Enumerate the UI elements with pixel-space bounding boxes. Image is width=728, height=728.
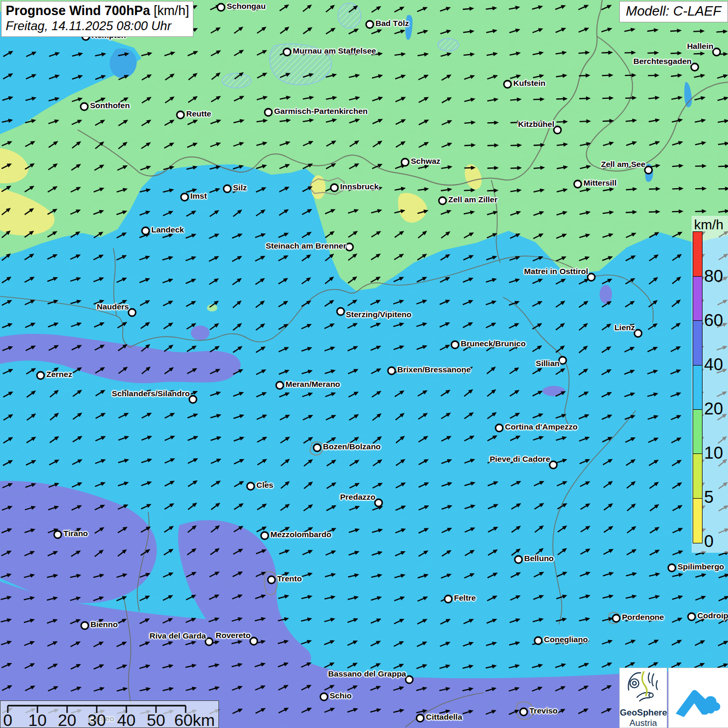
city-marker [37,372,44,379]
scale-label: 50 [147,711,165,728]
legend-unit-label: km/h [692,217,726,233]
geosphere-country: Austria [620,718,667,728]
wind-speed-legend: km/h 806040201050 [692,216,728,553]
city-marker [535,637,542,644]
city-marker [613,615,620,622]
city-marker [574,180,581,188]
city-marker [713,48,720,56]
model-label: Modell: C-LAEF [626,3,722,19]
city-marker [177,111,184,119]
geosphere-yellow-line [642,672,647,696]
model-box: Modell: C-LAEF [619,1,728,22]
wetland-hatched-area [338,3,361,28]
city-marker [645,166,652,174]
mountain-cloud-logo-icon [669,668,727,726]
geosphere-name: GeoSphere [620,708,667,718]
city-marker [588,274,595,281]
scale-label: 30 [87,711,106,728]
city-marker [559,357,566,364]
legend-tick-label: 80 [704,266,728,286]
geosphere-contour-icon [627,670,660,705]
city-marker [504,81,511,88]
wetland-hatched-area [438,38,459,51]
legend-segment [693,231,703,277]
city-marker [688,613,695,620]
city-marker [261,532,268,539]
legend-segment [693,409,703,454]
geosphere-logo-box: GeoSphere Austria [619,668,667,728]
city-marker [346,243,353,251]
legend-segment [693,498,703,543]
city-marker [128,309,136,316]
scale-label: 20 [58,711,76,728]
city-marker [314,444,321,451]
legend-color-bar [693,232,701,543]
city-marker [439,197,446,204]
city-marker [375,499,382,506]
city-marker [366,21,373,28]
legend-segment [693,453,703,499]
legend-tick-label: 5 [704,487,728,507]
city-marker [496,424,503,432]
city-marker [668,564,675,571]
city-marker [276,382,283,389]
legend-segment [693,320,703,366]
title-unit: [km/h] [154,3,189,18]
distance-scale-bar: 0102030405060km [0,700,219,728]
city-marker [331,184,338,191]
scale-label: 40 [117,711,136,728]
wind-forecast-map: SchongauBad TölzKemptenMurnau am Staffel… [0,0,728,728]
legend-tick-label: 40 [704,355,728,374]
city-marker [81,103,88,110]
title-text: Prognose Wind 700hPa [6,3,150,18]
city-marker [247,483,254,490]
city-marker [520,708,527,716]
valid-time: Freitag, 14.11.2025 08:00 Uhr [6,19,189,33]
legend-tick-label: 0 [704,531,728,551]
legend-tick-label: 20 [704,399,728,419]
city-marker [554,126,561,134]
city-marker [691,63,698,71]
weather-app-logo-box [668,668,728,728]
city-marker [320,693,328,700]
city-marker [406,676,413,683]
city-marker [265,109,272,116]
city-marker [445,595,452,603]
city-marker [250,638,257,645]
legend-tick-label: 10 [704,443,728,463]
city-marker [224,185,231,192]
city-marker [268,576,275,583]
city-marker [142,227,149,235]
city-marker [634,330,642,337]
city-marker [189,396,197,403]
map-title: Prognose Wind 700hPa [km/h] [6,3,189,18]
title-box: Prognose Wind 700hPa [km/h] Freitag, 14.… [1,1,193,37]
city-marker [181,193,188,201]
city-marker [205,638,213,645]
city-marker [337,308,344,315]
scale-label: 10 [28,711,47,728]
city-marker [388,367,395,374]
legend-segment [693,276,703,321]
city-marker [451,341,459,348]
city-marker [81,622,88,629]
city-marker [417,714,424,722]
city-marker [54,531,61,538]
scale-label: 60km [174,711,215,728]
legend-tick-label: 60 [704,310,728,330]
city-marker [283,48,291,56]
city-marker [401,159,409,166]
wetland-hatched-area [222,73,251,88]
legend-segment [693,365,703,410]
city-marker [515,556,522,563]
map-canvas [0,0,728,728]
city-marker [550,461,557,469]
scale-label: 0 [3,711,12,728]
city-marker [217,4,225,11]
